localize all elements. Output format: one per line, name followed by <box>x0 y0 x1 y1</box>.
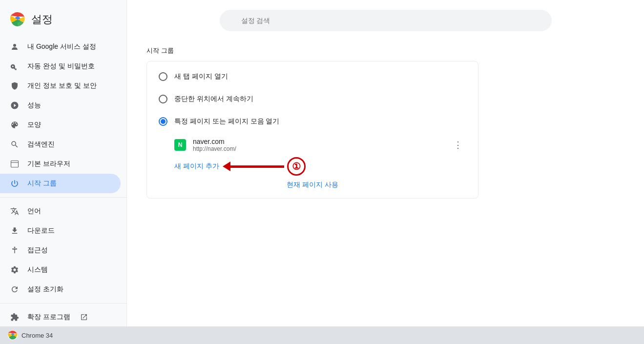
sidebar-item-label: 시스템 <box>27 265 48 274</box>
arrow <box>223 162 284 171</box>
sidebar-item-privacy[interactable]: 개인 정보 보호 및 보안 <box>0 76 121 96</box>
sidebar-item-extensions[interactable]: 확장 프로그램 <box>0 307 121 327</box>
shield-icon <box>10 81 20 91</box>
browser-icon <box>10 159 20 169</box>
search-bar-container <box>146 10 624 31</box>
sidebar-item-accessibility[interactable]: 접근성 <box>0 241 121 260</box>
naver-info: naver.com http://naver.com/ <box>193 138 443 152</box>
speedometer-icon <box>10 101 20 110</box>
radio-specific[interactable] <box>159 117 167 126</box>
sidebar-item-label: 기본 브라우저 <box>27 160 70 168</box>
sidebar-divider-2 <box>0 303 126 304</box>
option-specific-label: 특정 페이지 또는 페이지 모음 열기 <box>174 117 279 126</box>
sidebar-item-performance[interactable]: 성능 <box>0 96 121 115</box>
startup-settings-card: 새 탭 페이지 열기 중단한 위치에서 계속하기 특정 페이지 또는 페이지 모… <box>146 61 478 199</box>
add-page-link[interactable]: 새 페이지 추가 <box>174 162 219 171</box>
sidebar-item-label: 언어 <box>27 207 41 216</box>
sidebar-item-label: 접근성 <box>27 246 48 255</box>
search-icon <box>10 140 20 149</box>
sidebar-item-label: 개인 정보 보호 및 보안 <box>27 81 97 90</box>
arrow-line <box>230 165 284 168</box>
key-icon <box>10 61 20 71</box>
sidebar-item-label: 시작 그룹 <box>27 179 57 188</box>
sidebar: 설정 내 Google 서비스 설정 자동 완성 및 비밀번호 개인 정보 보호… <box>0 0 127 344</box>
option-new-tab[interactable]: 새 탭 페이지 열기 <box>147 65 478 88</box>
naver-icon: N <box>174 139 186 151</box>
radio-new-tab[interactable] <box>159 72 167 81</box>
option-continue-label: 중단한 위치에서 계속하기 <box>174 95 253 103</box>
search-bar-wrapper <box>220 10 552 31</box>
sidebar-item-default-browser[interactable]: 기본 브라우저 <box>0 154 121 174</box>
download-icon <box>10 226 20 236</box>
sidebar-item-downloads[interactable]: 다운로드 <box>0 221 121 241</box>
sidebar-item-my-google[interactable]: 내 Google 서비스 설정 <box>0 37 121 57</box>
sidebar-item-autofill[interactable]: 자동 완성 및 비밀번호 <box>0 57 121 76</box>
add-page-row: 새 페이지 추가 ① <box>147 157 478 176</box>
accessibility-icon <box>10 245 20 255</box>
sidebar-divider <box>0 197 126 198</box>
puzzle-icon <box>10 312 20 322</box>
sidebar-item-label: 다운로드 <box>27 226 55 235</box>
sidebar-item-appearance[interactable]: 모양 <box>0 115 121 135</box>
arrowhead-icon <box>223 162 230 171</box>
naver-entry: N naver.com http://naver.com/ ⋮ <box>147 133 478 157</box>
main-content: 시작 그룹 새 탭 페이지 열기 중단한 위치에서 계속하기 특정 페이지 또는… <box>127 0 644 344</box>
chrome-logo-icon <box>10 12 25 27</box>
bottom-bar: Chrome 34 <box>0 326 644 344</box>
sidebar-item-search-engine[interactable]: 검색엔진 <box>0 135 121 154</box>
sidebar-title: 설정 <box>31 12 53 27</box>
sidebar-nav: 내 Google 서비스 설정 자동 완성 및 비밀번호 개인 정보 보호 및 … <box>0 37 126 344</box>
naver-url: http://naver.com/ <box>193 145 443 152</box>
sidebar-item-label: 내 Google 서비스 설정 <box>27 42 96 51</box>
use-current-page-link[interactable]: 현재 페이지 사용 <box>287 181 338 189</box>
annotation-number-badge: ① <box>287 157 306 176</box>
section-title: 시작 그룹 <box>146 47 174 54</box>
power-icon <box>10 179 20 188</box>
sidebar-item-system[interactable]: 시스템 <box>0 260 121 280</box>
sidebar-header: 설정 <box>0 8 126 37</box>
sidebar-item-label: 검색엔진 <box>27 140 55 149</box>
external-link-icon <box>80 313 88 321</box>
option-continue[interactable]: 중단한 위치에서 계속하기 <box>147 88 478 110</box>
option-specific[interactable]: 특정 페이지 또는 페이지 모음 열기 <box>147 110 478 133</box>
option-new-tab-label: 새 탭 페이지 열기 <box>174 72 228 81</box>
bottom-bar-chrome-icon <box>8 330 18 340</box>
annotation-container: ① <box>223 157 306 176</box>
svg-point-2 <box>13 44 16 47</box>
sidebar-item-label: 확장 프로그램 <box>27 313 70 322</box>
svg-point-5 <box>14 247 16 248</box>
search-input[interactable] <box>220 10 552 31</box>
naver-more-button[interactable]: ⋮ <box>450 138 466 152</box>
sidebar-item-language[interactable]: 언어 <box>0 202 121 221</box>
sidebar-item-reset[interactable]: 설정 초기화 <box>0 280 121 299</box>
sidebar-item-label: 자동 완성 및 비밀번호 <box>27 62 95 71</box>
sidebar-item-label: 설정 초기화 <box>27 285 63 294</box>
person-icon <box>10 42 20 52</box>
palette-icon <box>10 120 20 130</box>
current-page-row: 현재 페이지 사용 <box>147 176 478 194</box>
naver-name: naver.com <box>193 138 443 145</box>
sidebar-item-label: 성능 <box>27 101 41 110</box>
translate-icon <box>10 206 20 216</box>
sidebar-item-label: 모양 <box>27 121 41 129</box>
bottom-bar-text: Chrome 34 <box>21 332 53 339</box>
svg-rect-3 <box>11 161 19 167</box>
reset-icon <box>10 284 20 294</box>
radio-dot <box>161 119 166 124</box>
radio-continue[interactable] <box>159 95 167 103</box>
sidebar-item-startup[interactable]: 시작 그룹 <box>0 174 121 193</box>
settings-icon <box>10 265 20 275</box>
